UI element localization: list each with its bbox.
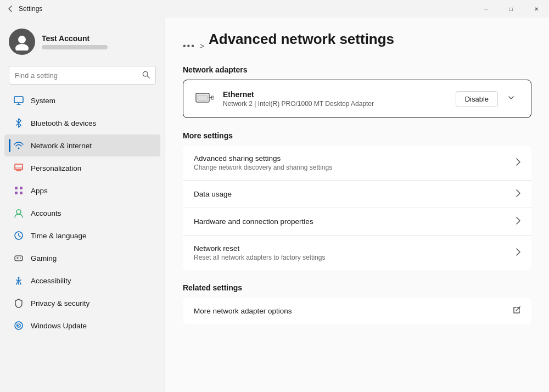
user-info: Test Account: [42, 34, 108, 49]
svg-rect-11: [20, 187, 23, 189]
adapter-description: Network 2 | Intel(R) PRO/1000 MT Desktop…: [223, 100, 447, 108]
ethernet-adapter-card: Ethernet Network 2 | Intel(R) PRO/1000 M…: [183, 80, 531, 118]
sidebar-item-personalization-label: Personalization: [31, 164, 81, 172]
advanced-sharing-arrow: [516, 158, 520, 167]
svg-rect-8: [15, 164, 23, 170]
page-title: Advanced network settings: [209, 31, 394, 48]
svg-rect-4: [14, 97, 23, 103]
adapter-info: Ethernet Network 2 | Intel(R) PRO/1000 M…: [223, 90, 447, 108]
more-adapter-options-info: More network adapter options: [194, 307, 506, 315]
sidebar-item-accounts-label: Accounts: [31, 209, 61, 217]
advanced-sharing-desc: Change network discovery and sharing set…: [194, 164, 509, 171]
sidebar-item-apps-label: Apps: [31, 187, 48, 195]
data-usage-title: Data usage: [194, 190, 509, 198]
sidebar-item-accessibility-label: Accessibility: [31, 277, 71, 285]
sidebar-item-privacy-label: Privacy & security: [31, 299, 89, 307]
svg-point-20: [18, 277, 20, 279]
advanced-sharing-info: Advanced sharing settings Change network…: [194, 154, 509, 171]
svg-rect-12: [15, 192, 18, 194]
related-settings-heading: Related settings: [183, 283, 531, 292]
titlebar-title: Settings: [19, 5, 42, 13]
svg-rect-23: [198, 95, 208, 100]
sidebar-item-accounts[interactable]: Accounts: [4, 202, 160, 224]
network-reset-arrow: [516, 248, 520, 257]
bluetooth-icon: [13, 117, 24, 128]
sidebar-item-personalization[interactable]: Personalization: [4, 157, 160, 179]
disable-button[interactable]: Disable: [456, 91, 498, 107]
adapter-name: Ethernet: [223, 90, 447, 99]
content-area: ••• > Advanced network settings Network …: [165, 18, 549, 392]
apps-icon: [13, 185, 24, 196]
sidebar-item-update-label: Windows Update: [31, 322, 87, 330]
hardware-properties-item[interactable]: Hardware and connection properties: [183, 208, 531, 236]
gaming-icon: [13, 253, 24, 264]
adapter-actions: Disable: [456, 91, 520, 107]
sidebar-item-bluetooth-label: Bluetooth & devices: [31, 119, 96, 127]
accounts-icon: [13, 208, 24, 219]
sidebar-item-gaming[interactable]: Gaming: [4, 247, 160, 269]
nav-list: System Bluetooth & devices: [0, 89, 165, 337]
network-reset-title: Network reset: [194, 244, 509, 253]
titlebar: Settings ─ □ ✕: [0, 0, 549, 18]
data-usage-arrow: [516, 189, 520, 199]
sidebar-item-bluetooth[interactable]: Bluetooth & devices: [4, 112, 160, 134]
svg-point-14: [16, 210, 21, 214]
more-settings-list: Advanced sharing settings Change network…: [183, 145, 531, 270]
search-icon: [142, 71, 150, 80]
more-adapter-options-title: More network adapter options: [194, 307, 506, 315]
breadcrumb-arrow: >: [200, 42, 204, 51]
time-icon: [13, 230, 24, 241]
close-button[interactable]: ✕: [524, 0, 549, 18]
svg-rect-16: [15, 256, 23, 261]
app-body: Test Account: [0, 18, 549, 392]
svg-point-1: [15, 44, 29, 51]
titlebar-left: Settings: [7, 5, 42, 13]
sidebar-item-gaming-label: Gaming: [31, 254, 57, 262]
user-email: [42, 45, 108, 49]
sidebar-item-accessibility[interactable]: Accessibility: [4, 270, 160, 292]
advanced-sharing-title: Advanced sharing settings: [194, 154, 509, 163]
hardware-properties-title: Hardware and connection properties: [194, 217, 509, 226]
svg-point-0: [18, 36, 26, 43]
external-link-icon: [513, 306, 520, 316]
hardware-properties-arrow: [516, 217, 520, 226]
ethernet-icon: [194, 89, 214, 109]
more-adapter-options-item[interactable]: More network adapter options: [183, 298, 531, 324]
data-usage-info: Data usage: [194, 190, 509, 198]
network-reset-info: Network reset Reset all network adapters…: [194, 244, 509, 261]
back-icon[interactable]: [7, 5, 14, 13]
breadcrumb-dots[interactable]: •••: [183, 41, 195, 51]
sidebar-item-time[interactable]: Time & language: [4, 225, 160, 247]
sidebar-item-system-label: System: [31, 97, 55, 105]
sidebar-item-network[interactable]: Network & internet: [4, 135, 160, 156]
accessibility-icon: [13, 275, 24, 286]
minimize-button[interactable]: ─: [473, 0, 498, 18]
data-usage-item[interactable]: Data usage: [183, 181, 531, 208]
related-settings-list: More network adapter options: [183, 298, 531, 324]
sidebar-item-time-label: Time & language: [31, 232, 87, 240]
maximize-button[interactable]: □: [498, 0, 524, 18]
sidebar-item-system[interactable]: System: [4, 89, 160, 111]
user-section: Test Account: [0, 18, 165, 64]
breadcrumb: ••• > Advanced network settings: [183, 31, 531, 61]
system-icon: [13, 95, 24, 106]
adapter-expand-button[interactable]: [502, 91, 520, 107]
network-reset-desc: Reset all network adapters to factory se…: [194, 254, 509, 261]
sidebar-item-privacy[interactable]: Privacy & security: [4, 292, 160, 314]
search-box[interactable]: [9, 66, 156, 85]
privacy-icon: [13, 298, 24, 309]
svg-point-19: [20, 257, 21, 259]
hardware-properties-info: Hardware and connection properties: [194, 217, 509, 226]
sidebar-item-apps[interactable]: Apps: [4, 180, 160, 201]
svg-rect-10: [15, 187, 18, 189]
advanced-sharing-item[interactable]: Advanced sharing settings Change network…: [183, 145, 531, 181]
svg-point-7: [18, 148, 20, 149]
sidebar-item-update[interactable]: Windows Update: [4, 315, 160, 337]
avatar[interactable]: [9, 29, 35, 55]
search-input[interactable]: [15, 71, 142, 80]
user-name: Test Account: [42, 34, 108, 43]
network-reset-item[interactable]: Network reset Reset all network adapters…: [183, 236, 531, 270]
network-icon: [13, 140, 24, 151]
sidebar: Test Account: [0, 18, 165, 392]
network-adapters-heading: Network adapters: [183, 65, 531, 74]
